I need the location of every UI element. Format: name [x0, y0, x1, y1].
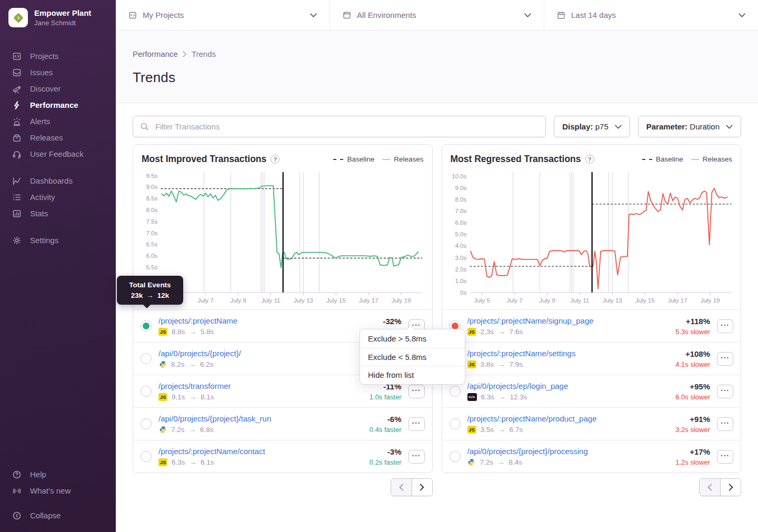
transaction-link[interactable]: /projects/:projectName/product_page: [467, 414, 669, 423]
percent-change: +118%: [675, 317, 710, 326]
search-icon: [140, 122, 149, 131]
percent-change: +108%: [675, 349, 710, 358]
transaction-link[interactable]: /projects/:projectName/contact: [158, 447, 363, 456]
environment-filter-dropdown[interactable]: All Environments: [330, 0, 544, 30]
regressed-transactions-chart[interactable]: July 5July 7July 9July 11July 13July 15J…: [450, 169, 734, 306]
sidebar-collapse-button[interactable]: Collapse: [0, 507, 116, 524]
more-options-button[interactable]: ···: [408, 385, 425, 398]
sidebar-item-dashboards[interactable]: Dashboards: [0, 173, 116, 189]
transaction-row: /api/0/projects/ep/login_page </> 6.3s →…: [442, 375, 741, 407]
chevron-right-icon: [183, 51, 187, 57]
org-user: Jane Schmidt: [34, 19, 91, 27]
percent-change: -6%: [370, 415, 402, 424]
percent-change: -3%: [370, 447, 402, 456]
duration-from: 3.5s: [481, 426, 494, 434]
chevron-left-icon: [707, 484, 712, 491]
chevron-down-icon: [726, 125, 733, 129]
duration-from: 6.3s: [172, 458, 185, 466]
svg-text:8.0s: 8.0s: [146, 206, 157, 213]
search-input[interactable]: [154, 122, 538, 132]
sidebar-item-issues[interactable]: Issues: [0, 64, 116, 81]
radio-button[interactable]: [450, 386, 461, 397]
more-options-button[interactable]: ···: [717, 450, 733, 464]
parameter-dropdown[interactable]: Parameter: Duration: [638, 116, 741, 137]
environment-filter-label: All Environments: [357, 11, 416, 19]
menu-item-exclude-below[interactable]: Exclude < 5.8ms: [360, 348, 465, 366]
sidebar-item-activity[interactable]: Activity: [0, 189, 116, 205]
duration-from: 7.2s: [480, 458, 494, 466]
more-options-button[interactable]: ···: [717, 385, 733, 398]
date-range-dropdown[interactable]: Last 14 days: [544, 0, 758, 30]
sidebar-item-user-feedback[interactable]: User Feedback: [0, 146, 116, 162]
search-box: [133, 116, 546, 137]
sidebar-item-alerts[interactable]: Alerts: [0, 113, 116, 129]
arrow-right-icon: →: [190, 328, 197, 336]
sidebar-item-performance[interactable]: Performance: [0, 97, 116, 113]
radio-button[interactable]: [450, 418, 461, 429]
total-events-tooltip: Total Events 23k → 12k: [117, 276, 183, 305]
more-options-button[interactable]: ···: [717, 319, 733, 333]
svg-text:July 17: July 17: [359, 297, 378, 304]
main-area: My Projects All Environments Last 14 day…: [116, 0, 758, 532]
sidebar-item-projects[interactable]: Projects: [0, 48, 116, 64]
previous-page-button[interactable]: [391, 479, 412, 496]
transaction-link[interactable]: /projects/:projectName/signup_page: [467, 316, 669, 325]
next-page-button[interactable]: [720, 479, 741, 496]
legend-releases-label: Releases: [703, 155, 732, 163]
radio-button[interactable]: [141, 320, 152, 332]
svg-text:9.0s: 9.0s: [146, 183, 157, 190]
svg-text:July 19: July 19: [700, 297, 720, 304]
delta-label: 6.0s slower: [675, 393, 710, 401]
duration-to: 6.8s: [200, 426, 214, 434]
radio-button[interactable]: [141, 451, 152, 462]
transaction-row: /api/0/projects/{project}/processing 7.2…: [442, 440, 741, 473]
sidebar-item-releases[interactable]: Releases: [0, 129, 116, 146]
breadcrumb-performance-link[interactable]: Performance: [133, 49, 178, 58]
more-options-button[interactable]: ···: [717, 352, 733, 366]
radio-button[interactable]: [141, 418, 152, 429]
sidebar-nav: Projects Issues Discover Performance Ale…: [0, 48, 116, 248]
more-options-button[interactable]: ···: [408, 417, 425, 431]
sidebar-item-settings[interactable]: Settings: [0, 232, 116, 248]
sidebar-item-discover[interactable]: Discover: [0, 81, 116, 97]
transaction-link[interactable]: /projects/:projectName/settings: [467, 349, 669, 358]
svg-text:4.0s: 4.0s: [455, 242, 466, 249]
radio-button[interactable]: [450, 451, 461, 462]
display-value: p75: [595, 122, 609, 131]
delta-label: 0.2s faster: [370, 458, 402, 466]
radio-button[interactable]: [141, 386, 152, 397]
next-page-button[interactable]: [412, 479, 432, 496]
display-dropdown[interactable]: Display: p75: [554, 116, 630, 137]
sidebar-item-stats[interactable]: Stats: [0, 205, 116, 222]
project-filter-dropdown[interactable]: My Projects: [116, 0, 330, 30]
transaction-link[interactable]: /projects/:projectName: [158, 316, 363, 325]
sidebar-item-label: Issues: [30, 68, 53, 77]
svg-text:3.0s: 3.0s: [455, 254, 466, 261]
sidebar-item-help[interactable]: Help: [0, 466, 116, 483]
more-options-button[interactable]: ···: [717, 417, 733, 431]
transaction-link[interactable]: /projects/transformer: [158, 382, 363, 390]
previous-page-button[interactable]: [700, 479, 720, 496]
org-switcher[interactable]: Empower Plant Jane Schmidt: [0, 0, 116, 35]
sidebar: Empower Plant Jane Schmidt Projects Issu…: [0, 0, 116, 532]
page-title: Trends: [133, 69, 741, 86]
question-mark-icon[interactable]: ?: [585, 155, 594, 164]
svg-text:July 19: July 19: [392, 297, 411, 304]
chevron-down-icon: [615, 125, 622, 129]
menu-item-hide-from-list[interactable]: Hide from list: [360, 366, 465, 384]
chart-legend: Baseline Releases: [333, 155, 423, 163]
transaction-link[interactable]: /api/0/projects/ep/login_page: [467, 382, 669, 390]
duration-from: 2.3s: [481, 328, 494, 336]
delta-label: 1.2s slower: [675, 458, 710, 466]
more-options-button[interactable]: ···: [408, 450, 425, 464]
date-range-label: Last 14 days: [571, 11, 616, 19]
question-mark-icon[interactable]: ?: [271, 155, 280, 164]
transaction-link[interactable]: /api/0/projects/{project}/task_run: [158, 414, 363, 423]
radio-button[interactable]: [141, 353, 152, 364]
menu-item-exclude-above[interactable]: Exclude > 5.8ms: [360, 329, 465, 348]
sidebar-item-label: Projects: [30, 52, 58, 61]
sidebar-item-label: Settings: [30, 236, 58, 245]
improved-transactions-panel: Most Improved Transactions ? Baseline Re…: [133, 144, 433, 473]
sidebar-item-whats-new[interactable]: What’s new: [0, 483, 116, 499]
transaction-link[interactable]: /api/0/projects/{project}/processing: [467, 447, 669, 456]
